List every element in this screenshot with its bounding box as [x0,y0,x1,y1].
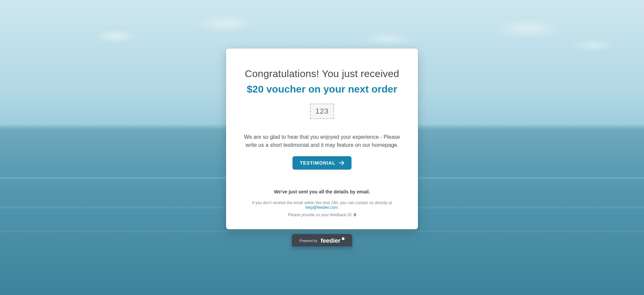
help-email-link[interactable]: help@feedier.com [305,205,338,210]
powered-by-label: Powered by [300,239,317,243]
testimonial-button-label: TESTIMONIAL [300,160,335,166]
page-center: Congratulations! You just received $20 v… [0,0,644,295]
voucher-code[interactable]: 123 [310,104,334,119]
feedback-id-prefix: Please provide us your feedback ID: [288,213,354,217]
testimonial-blurb: We are so glad to hear that you enjoyed … [240,133,404,149]
heading-congrats: Congratulations! You just received [240,68,404,79]
heading-reward: $20 voucher on your next order [240,83,404,95]
reward-card: Congratulations! You just received $20 v… [226,49,418,229]
brand-dot-icon [342,237,344,240]
help-suffix: . [338,205,339,210]
help-prefix: If you don't receive the email within th… [252,200,392,205]
help-line: If you don't receive the email within th… [240,200,404,210]
feedback-id-value: 0 [354,213,356,217]
brand-name: feedier [321,237,340,244]
testimonial-button[interactable]: TESTIMONIAL [292,156,352,170]
arrow-right-icon [339,161,344,165]
brand-logo: feedier [321,237,344,244]
email-sent-note: We've just sent you all the details by e… [240,189,404,194]
feedback-id-line: Please provide us your feedback ID: 0 [240,213,404,217]
powered-by-badge[interactable]: Powered by feedier [292,234,352,246]
